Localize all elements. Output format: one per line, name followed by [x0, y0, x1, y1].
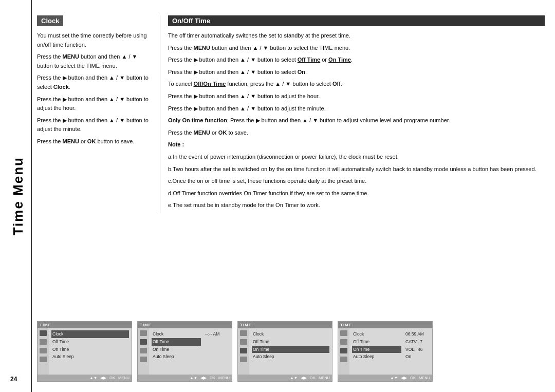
tv-menu-ontime-1: On Time [51, 346, 129, 353]
tv-footer-lr-4: ◀▶ [401, 376, 407, 380]
tv-icon-on-3 [240, 348, 247, 353]
tv-value-catv-4: CATV. 7 [405, 338, 431, 346]
tv-menu-offtime-2: Off Time [152, 338, 201, 346]
svg-rect-13 [341, 340, 346, 344]
tv-screen-1: TIME [37, 321, 132, 382]
onoff-p6: Press the ▶ button and then ▲ / ▼ button… [168, 92, 545, 101]
onoff-p9: Press the MENU or OK to save. [168, 128, 545, 138]
tv-menu-ontime-2: On Time [152, 346, 201, 353]
clock-p4: Press the ▶ button and then ▲ / ▼ button… [37, 95, 152, 113]
svg-rect-2 [41, 349, 46, 353]
onoff-p2: Press the MENU button and then ▲ / ▼ but… [168, 44, 545, 53]
tv-footer-1: ▲▼ ◀▶ OK MENU [38, 375, 132, 381]
svg-rect-0 [41, 331, 46, 335]
tv-footer-menu-1: MENU [118, 376, 130, 380]
svg-rect-8 [241, 331, 246, 335]
clock-p1: You must set the time correctly before u… [37, 31, 152, 49]
tv-icons-col-2 [138, 328, 149, 375]
clock-section: Clock You must set the time correctly be… [37, 15, 160, 213]
top-sections: Clock You must set the time correctly be… [37, 15, 545, 213]
tv-menu-col-2: Clock Off Time On Time Auto Sleep [149, 328, 203, 375]
screens-row: TIME [37, 316, 545, 382]
tv-menu-col-4: Clock Off Time On Time Auto Sleep [349, 328, 404, 375]
clock-body: You must set the time correctly before u… [37, 31, 152, 146]
svg-rect-14 [341, 349, 346, 353]
tv-menu-sleep-2: Auto Sleep [152, 353, 201, 361]
svg-rect-11 [241, 358, 246, 362]
tv-icon-on-4 [340, 348, 347, 353]
clock-header: Clock [37, 15, 63, 26]
tv-icon-off-3 [240, 339, 247, 345]
onoff-note-a: a.In the event of power interruption (di… [168, 153, 545, 162]
tv-menu-offtime-1: Off Time [51, 338, 129, 346]
tv-screen-2-body: Clock Off Time On Time Auto Sleep --:-- … [138, 328, 232, 375]
tv-icon-on-2 [140, 348, 147, 353]
onoff-p1: The off timer automatically switches the… [168, 31, 545, 41]
onoff-note-d: d.Off Timer function overrides On Timer … [168, 189, 545, 198]
svg-rect-5 [141, 340, 146, 344]
tv-icons-col-4 [338, 328, 349, 375]
tv-icons-col-1 [38, 328, 49, 375]
tv-icon-sleep-4 [340, 357, 347, 362]
tv-footer-ok-3: OK [310, 376, 316, 380]
clock-p6: Press the MENU or OK button to save. [37, 137, 152, 146]
onoff-note-header: Note : [168, 140, 545, 150]
tv-footer-arrows-4: ▲▼ [390, 376, 398, 380]
svg-rect-7 [141, 358, 146, 362]
tv-screen-3: TIME [237, 321, 332, 382]
side-label-container: Time Menu [0, 0, 31, 392]
tv-footer-ok-1: OK [109, 376, 115, 380]
tv-screen-2-header: TIME [138, 322, 232, 328]
tv-footer-lr-1: ◀▶ [100, 376, 106, 380]
tv-icon-off-4 [340, 339, 347, 345]
svg-rect-15 [341, 358, 346, 362]
tv-footer-menu-3: MENU [319, 376, 330, 380]
onoff-header: On/Off Time [168, 15, 545, 26]
tv-menu-offtime-4: Off Time [352, 338, 401, 346]
tv-menu-sleep-4: Auto Sleep [352, 353, 401, 361]
tv-menu-clock-2: Clock [152, 330, 201, 338]
tv-footer-3: ▲▼ ◀▶ OK MENU [238, 375, 332, 381]
onoff-p3: Press the ▶ button and then ▲ / ▼ button… [168, 55, 545, 65]
tv-value-on-4: On [405, 353, 431, 361]
tv-footer-ok-4: OK [410, 376, 416, 380]
clock-p3: Press the ▶ button and then ▲ / ▼ button… [37, 73, 152, 91]
svg-rect-3 [41, 358, 46, 362]
onoff-p7: Press the ▶ button and then ▲ / ▼ button… [168, 104, 545, 114]
tv-value-time-4: 06:59 AM [405, 330, 431, 338]
tv-footer-arrows-3: ▲▼ [290, 376, 298, 380]
tv-menu-ontime-4: On Time [352, 346, 401, 353]
svg-rect-9 [241, 340, 246, 344]
main-content: Clock You must set the time correctly be… [31, 0, 555, 392]
svg-rect-4 [141, 331, 146, 335]
tv-footer-menu-4: MENU [419, 376, 430, 380]
tv-icons-col-3 [238, 328, 249, 375]
onoff-p5: To cancel Off/On Time function, press th… [168, 80, 545, 89]
tv-footer-2: ▲▼ ◀▶ OK MENU [138, 375, 232, 381]
tv-screen-4-body: Clock Off Time On Time Auto Sleep 06:59 … [338, 328, 432, 375]
page-number: 24 [10, 376, 17, 383]
tv-icon-sleep-3 [240, 357, 247, 362]
svg-rect-12 [341, 331, 346, 335]
onoff-note-e: e.The set must be in standby mode for th… [168, 201, 545, 210]
onoff-body: The off timer automatically switches the… [168, 31, 545, 210]
onoff-p4: Press the ▶ button and then ▲ / ▼ button… [168, 68, 545, 77]
tv-icon-off-2 [140, 339, 147, 345]
onoff-note-b: b.Two hours after the set is switched on… [168, 165, 545, 174]
page-container: Time Menu Clock You must set the time co… [0, 0, 555, 392]
tv-screen-1-header: TIME [38, 322, 132, 328]
tv-value-vol-4: VOL. 46 [405, 346, 431, 353]
tv-value-time-2: --:-- AM [205, 330, 230, 338]
tv-icon-sleep-1 [40, 357, 47, 362]
tv-menu-clock-3: Clock [252, 330, 329, 338]
tv-screen-1-body: Clock Off Time On Time Auto Sleep [38, 328, 132, 375]
clock-p5: Press the ▶ button and then ▲ / ▼ button… [37, 116, 152, 134]
tv-value-col-2: --:-- AM [203, 328, 232, 375]
tv-footer-lr-3: ◀▶ [301, 376, 307, 380]
tv-menu-sleep-1: Auto Sleep [51, 353, 129, 361]
tv-menu-sleep-3: Auto Sleep [252, 353, 329, 361]
tv-icon-clock-2 [140, 330, 147, 336]
tv-footer-arrows-2: ▲▼ [190, 376, 197, 380]
svg-rect-10 [241, 349, 246, 353]
tv-screen-2: TIME [137, 321, 232, 382]
